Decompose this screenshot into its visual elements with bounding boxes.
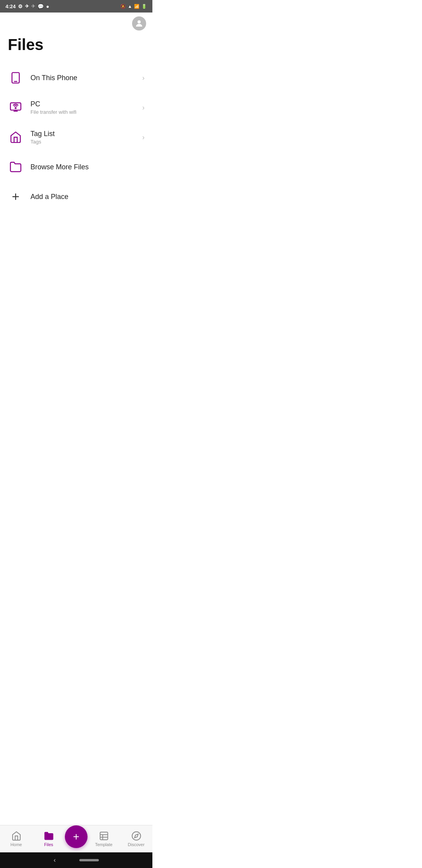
tag-list-text: Tag List Tags (30, 130, 135, 145)
chevron-right-icon: › (142, 133, 145, 142)
svg-point-0 (138, 20, 141, 23)
signal-icon: 📶 (134, 4, 139, 9)
top-bar (0, 13, 152, 32)
avatar[interactable] (132, 16, 146, 30)
status-right: 🔕 ▲ 📶 🔋 (120, 4, 147, 9)
tag-list-subtitle: Tags (30, 139, 135, 145)
on-this-phone-item[interactable]: On This Phone › (0, 63, 152, 93)
add-place-text: Add a Place (30, 193, 145, 201)
wifi-icon: ▲ (128, 4, 132, 9)
browse-more-title: Browse More Files (30, 163, 145, 171)
send-off-icon: ✈ (25, 4, 29, 9)
whatsapp-icon: 💬 (38, 4, 44, 9)
battery-icon: 🔋 (141, 4, 147, 9)
tag-icon (8, 129, 23, 145)
page-title: Files (0, 32, 152, 63)
browse-more-item[interactable]: Browse More Files (0, 152, 152, 182)
folder-icon (8, 159, 23, 175)
add-place-title: Add a Place (30, 193, 145, 201)
menu-list: On This Phone › PC File transfer with wi… (0, 63, 152, 212)
add-place-icon (8, 189, 23, 204)
bell-off-icon: 🔕 (120, 4, 126, 9)
add-place-item[interactable]: Add a Place (0, 182, 152, 212)
pc-item[interactable]: PC File transfer with wifi › (0, 93, 152, 122)
pc-text: PC File transfer with wifi (30, 100, 135, 115)
status-bar: 4:24 ⚙ ✈ ✈ 💬 ● 🔕 ▲ 📶 🔋 (0, 0, 152, 13)
tag-list-title: Tag List (30, 130, 135, 138)
tag-list-item[interactable]: Tag List Tags › (0, 122, 152, 152)
browse-more-text: Browse More Files (30, 163, 145, 171)
on-this-phone-text: On This Phone (30, 74, 135, 82)
chevron-right-icon: › (142, 74, 145, 82)
gear-icon: ⚙ (18, 4, 23, 9)
wifi-screen-icon (8, 100, 23, 115)
dot-icon: ● (46, 4, 49, 9)
send-icon: ✈ (31, 4, 35, 9)
pc-subtitle: File transfer with wifi (30, 109, 135, 115)
svg-point-4 (15, 108, 16, 109)
on-this-phone-title: On This Phone (30, 74, 135, 82)
pc-title: PC (30, 100, 135, 108)
chevron-right-icon: › (142, 104, 145, 112)
status-time: 4:24 (5, 4, 16, 9)
phone-icon (8, 70, 23, 86)
status-left: 4:24 ⚙ ✈ ✈ 💬 ● (5, 4, 49, 9)
